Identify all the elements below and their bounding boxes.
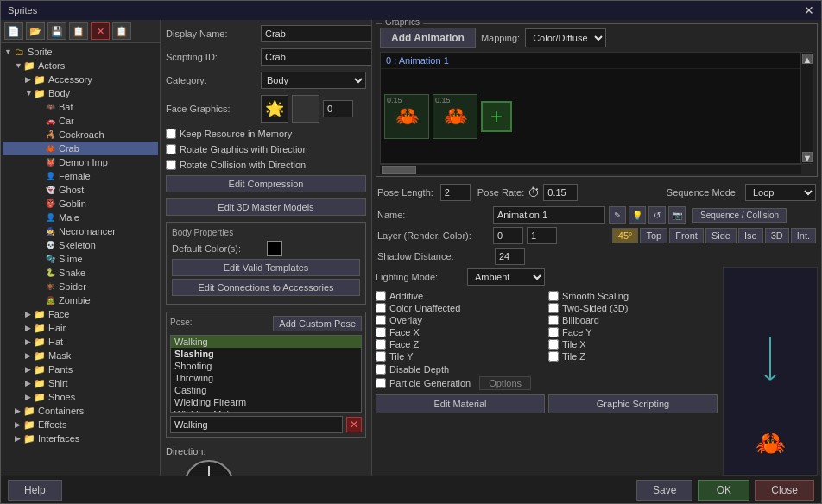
- view-tab-front[interactable]: Front: [669, 228, 704, 243]
- tree-male[interactable]: 👤 Male: [3, 211, 158, 224]
- open-btn[interactable]: 📂: [26, 22, 45, 40]
- tree-goblin[interactable]: 👺 Goblin: [3, 197, 158, 211]
- keep-resource-check[interactable]: [166, 129, 176, 139]
- new-btn[interactable]: 📄: [4, 22, 23, 40]
- pose-item-casting[interactable]: Casting: [171, 384, 361, 396]
- tree-spider[interactable]: 🕷 Spider: [3, 280, 158, 293]
- graphic-scripting-btn[interactable]: Graphic Scripting: [548, 394, 718, 413]
- face-graphic-num-input[interactable]: [323, 100, 353, 117]
- ok-btn[interactable]: OK: [698, 480, 749, 501]
- face-graphic-preview[interactable]: 🌟: [261, 95, 288, 123]
- tree-skeleton[interactable]: 💀 Skeleton: [3, 238, 158, 252]
- anim-name-input[interactable]: [493, 206, 605, 224]
- pose-rate-input[interactable]: [543, 184, 578, 201]
- layer-input-2[interactable]: [527, 227, 557, 244]
- view-tab-45[interactable]: 45°: [612, 228, 639, 243]
- tree-bat[interactable]: 🦇 Bat: [3, 100, 158, 114]
- tree-mask[interactable]: ▶ 📁 Mask: [3, 349, 158, 362]
- rotate-graphics-check[interactable]: [166, 144, 176, 154]
- edit-material-btn[interactable]: Edit Material: [376, 394, 545, 413]
- lamp-icon-btn[interactable]: 💡: [629, 206, 646, 224]
- shadow-input[interactable]: [495, 248, 525, 265]
- mapping-select[interactable]: Color/Diffuse Normal Specular: [525, 28, 606, 47]
- tree-accessory[interactable]: ▶ 📁 Accessory: [3, 72, 158, 86]
- add-frame-btn[interactable]: +: [481, 101, 512, 132]
- color-swatch[interactable]: [267, 241, 282, 256]
- tree-zombie[interactable]: 🧟 Zombie: [3, 293, 158, 307]
- copy-btn[interactable]: 📋: [69, 22, 88, 40]
- seq-mode-select[interactable]: Loop Once Ping-Pong: [745, 184, 816, 201]
- tree-root[interactable]: ▼ 🗂 Sprite: [3, 45, 158, 59]
- tile-y-check[interactable]: [376, 351, 386, 362]
- view-tab-iso[interactable]: Iso: [738, 228, 763, 243]
- paste-btn[interactable]: 📋: [112, 22, 131, 40]
- tree-interfaces[interactable]: ▶ 📁 Interfaces: [3, 432, 158, 445]
- save-btn[interactable]: 💾: [47, 22, 66, 40]
- edit-connections-btn[interactable]: Edit Connections to Accessories: [172, 279, 360, 296]
- edit-templates-btn[interactable]: Edit Valid Templates: [172, 259, 360, 276]
- edit-compression-btn[interactable]: Edit Compression: [166, 175, 366, 192]
- tree-cockroach[interactable]: 🦂 Cockroach: [3, 128, 158, 142]
- strip-vscroll[interactable]: ▲ ▼: [800, 53, 813, 163]
- tile-z-check[interactable]: [548, 351, 559, 362]
- layer-input-1[interactable]: [493, 227, 523, 244]
- tree-pants[interactable]: ▶ 📁 Pants: [3, 362, 158, 376]
- view-tab-top[interactable]: Top: [640, 228, 667, 243]
- tree-hair[interactable]: ▶ 📁 Hair: [3, 321, 158, 335]
- two-sided-check[interactable]: [548, 303, 559, 313]
- tree-face[interactable]: ▶ 📁 Face: [3, 307, 158, 321]
- pose-item-walking[interactable]: Walking: [171, 336, 361, 348]
- rotate-collision-check[interactable]: [166, 160, 176, 170]
- tree-car[interactable]: 🚗 Car: [3, 114, 158, 128]
- add-animation-btn[interactable]: Add Animation: [380, 28, 476, 48]
- tree-necromancer[interactable]: 🧙 Necromancer: [3, 224, 158, 238]
- pose-item-throwing[interactable]: Throwing: [171, 372, 361, 384]
- face-z-check[interactable]: [376, 339, 386, 350]
- save-btn-bottom[interactable]: Save: [636, 480, 692, 501]
- smooth-scaling-check[interactable]: [548, 291, 559, 301]
- tile-x-check[interactable]: [548, 339, 559, 350]
- tree-shirt[interactable]: ▶ 📁 Shirt: [3, 376, 158, 390]
- additive-check[interactable]: [376, 291, 386, 301]
- particle-options-btn[interactable]: Options: [479, 376, 531, 390]
- anim-frame-1[interactable]: 0.15 🦀: [384, 94, 429, 139]
- category-select[interactable]: Body: [261, 72, 366, 89]
- disable-depth-check[interactable]: [376, 364, 386, 375]
- tree-ghost[interactable]: 👻 Ghost: [3, 183, 158, 197]
- delete-btn[interactable]: ✕: [91, 22, 110, 40]
- pose-active-input[interactable]: [170, 416, 343, 433]
- face-x-check[interactable]: [376, 327, 386, 337]
- pose-item-firearm[interactable]: Wielding Firearm: [171, 396, 361, 408]
- close-btn[interactable]: Close: [755, 480, 814, 501]
- pose-list[interactable]: Walking Slashing Shooting Throwing Casti…: [170, 335, 362, 413]
- billboard-check[interactable]: [548, 315, 559, 325]
- tree-shoes[interactable]: ▶ 📁 Shoes: [3, 390, 158, 404]
- edit-3d-btn[interactable]: Edit 3D Master Models: [166, 198, 366, 216]
- pose-delete-btn[interactable]: ✕: [346, 417, 362, 432]
- direction-circle[interactable]: [184, 460, 234, 476]
- pose-length-input[interactable]: [440, 184, 471, 201]
- tree-slime[interactable]: 🫧 Slime: [3, 252, 158, 266]
- camera-icon-btn[interactable]: 📷: [668, 206, 686, 224]
- pose-item-shooting[interactable]: Shooting: [171, 360, 361, 372]
- add-custom-pose-btn[interactable]: Add Custom Pose: [273, 316, 362, 331]
- tree-crab[interactable]: 🦀 Crab: [3, 142, 158, 155]
- refresh-icon-btn[interactable]: ↺: [648, 206, 666, 224]
- seq-collision-btn[interactable]: Sequence / Collision: [692, 208, 787, 223]
- tree-actors[interactable]: ▼ 📁 Actors: [3, 59, 158, 72]
- overlay-check[interactable]: [376, 315, 386, 325]
- color-unaffected-check[interactable]: [376, 303, 386, 313]
- pose-item-melee[interactable]: Wielding Melee: [171, 408, 361, 413]
- help-btn[interactable]: Help: [8, 480, 62, 501]
- view-tab-3d[interactable]: 3D: [765, 228, 789, 243]
- tree-demon-imp[interactable]: 👹 Demon Imp: [3, 155, 158, 169]
- display-name-input[interactable]: [261, 25, 372, 42]
- lighting-select[interactable]: Ambient Diffuse None: [467, 268, 545, 286]
- face-graphic-preview2[interactable]: [292, 95, 319, 123]
- view-tab-int[interactable]: Int.: [791, 228, 816, 243]
- particle-gen-check[interactable]: [376, 378, 386, 388]
- scripting-id-input[interactable]: [261, 48, 372, 66]
- tree-body[interactable]: ▼ 📁 Body: [3, 86, 158, 100]
- tree-snake[interactable]: 🐍 Snake: [3, 266, 158, 280]
- view-tab-side[interactable]: Side: [705, 228, 737, 243]
